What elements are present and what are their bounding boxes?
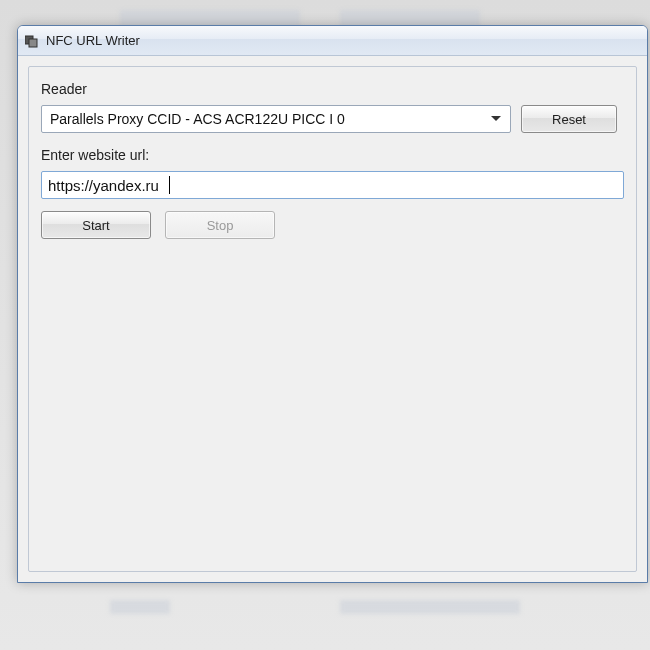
- main-group: Reader Parallels Proxy CCID - ACS ACR122…: [28, 66, 637, 572]
- app-icon: [24, 33, 40, 49]
- reader-label: Reader: [41, 81, 624, 97]
- svg-rect-1: [29, 39, 37, 47]
- reader-selected-text: Parallels Proxy CCID - ACS ACR122U PICC …: [50, 111, 345, 127]
- stop-button: Stop: [165, 211, 275, 239]
- reset-button[interactable]: Reset: [521, 105, 617, 133]
- client-area: Reader Parallels Proxy CCID - ACS ACR122…: [18, 56, 647, 582]
- reader-dropdown[interactable]: Parallels Proxy CCID - ACS ACR122U PICC …: [41, 105, 511, 133]
- start-button[interactable]: Start: [41, 211, 151, 239]
- url-label: Enter website url:: [41, 147, 624, 163]
- chevron-down-icon: [488, 111, 504, 127]
- text-caret: [169, 176, 170, 194]
- app-window: NFC URL Writer Reader Parallels Proxy CC…: [17, 25, 648, 583]
- url-input[interactable]: [41, 171, 624, 199]
- window-title: NFC URL Writer: [46, 33, 140, 48]
- titlebar[interactable]: NFC URL Writer: [18, 26, 647, 56]
